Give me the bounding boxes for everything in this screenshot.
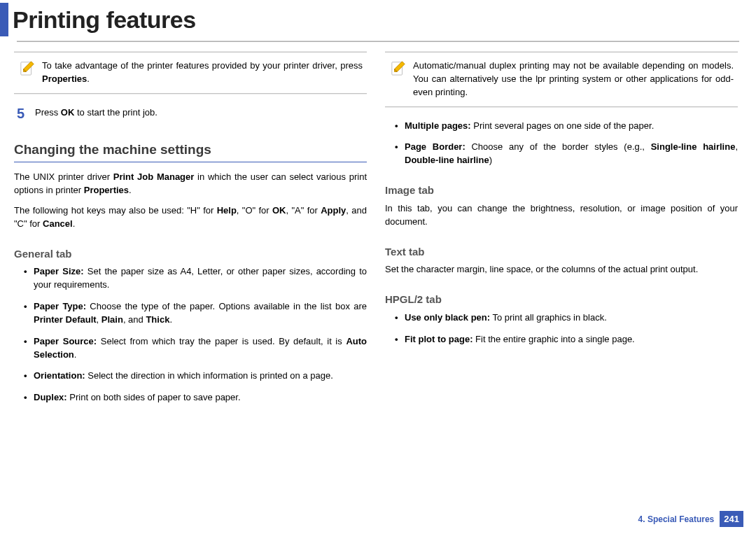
page-title: Printing features — [13, 6, 196, 34]
note-text: To take advantage of the printer feature… — [42, 59, 363, 86]
list-item: Paper Size: Set the paper size as A4, Le… — [24, 265, 367, 292]
heading-text-tab: Text tab — [385, 244, 738, 260]
footer-section-label: 4. Special Features — [638, 514, 715, 524]
list-item: Multiple pages: Print several pages on o… — [395, 120, 738, 133]
paragraph: The UNIX printer driver Print Job Manage… — [14, 171, 367, 197]
heading-rule — [14, 162, 367, 162]
list-item: Fit plot to page: Fit the entire graphic… — [395, 333, 738, 346]
step-5: 5 Press OK to start the print job. — [14, 106, 367, 120]
left-column: To take advantage of the printer feature… — [14, 52, 367, 413]
heading-changing-settings: Changing the machine settings — [14, 140, 367, 160]
note-text: Automatic/manual duplex printing may not… — [413, 59, 734, 99]
list-item: Duplex: Print on both sides of paper to … — [24, 391, 367, 405]
heading-general-tab: General tab — [14, 246, 367, 262]
step-text: Press OK to start the print job. — [35, 106, 158, 120]
top-bullet-list: Multiple pages: Print several pages on o… — [385, 120, 738, 168]
list-item: Paper Type: Choose the type of the paper… — [24, 300, 367, 327]
page-number: 241 — [720, 511, 743, 527]
hpgl-list: Use only black pen: To print all graphic… — [385, 311, 738, 346]
heading-image-tab: Image tab — [385, 183, 738, 198]
note-box-left: To take advantage of the printer feature… — [14, 52, 367, 94]
list-item: Use only black pen: To print all graphic… — [395, 311, 738, 325]
pencil-note-icon — [391, 59, 406, 99]
list-item: Page Border: Choose any of the border st… — [395, 141, 738, 167]
paragraph: Set the character margin, line space, or… — [385, 263, 738, 276]
page-header: Printing features — [0, 0, 756, 36]
page-footer: 4. Special Features 241 — [638, 511, 743, 527]
list-item: Orientation: Select the direction in whi… — [24, 370, 367, 383]
general-tab-list: Paper Size: Set the paper size as A4, Le… — [14, 265, 367, 405]
paragraph: The following hot keys may also be used:… — [14, 204, 367, 231]
paragraph: In this tab, you can change the brightne… — [385, 202, 738, 229]
pencil-note-icon — [20, 59, 35, 86]
step-number: 5 — [17, 106, 25, 120]
content-columns: To take advantage of the printer feature… — [0, 42, 756, 413]
right-column: Automatic/manual duplex printing may not… — [385, 52, 738, 413]
header-accent-stripe — [0, 3, 8, 36]
list-item: Paper Source: Select from which tray the… — [24, 335, 367, 362]
heading-hpgl2-tab: HPGL/2 tab — [385, 292, 738, 307]
note-box-right: Automatic/manual duplex printing may not… — [385, 52, 738, 107]
